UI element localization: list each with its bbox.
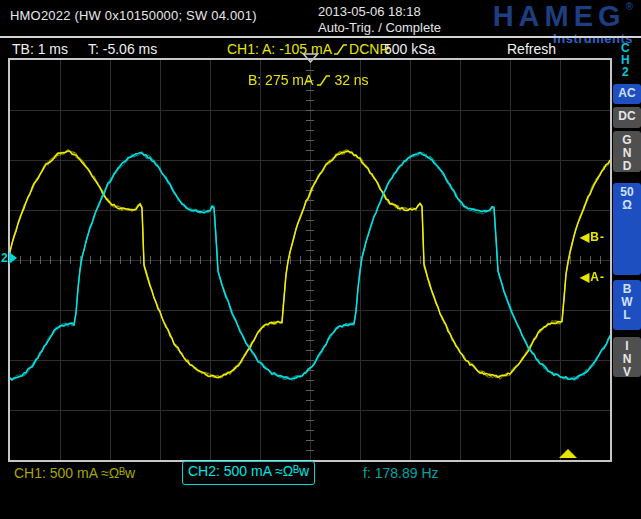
rising-edge-icon xyxy=(317,74,330,87)
sample-rate-readout: 500 kSa xyxy=(384,41,435,57)
invert-button[interactable]: I N V xyxy=(613,337,641,377)
cursor-b-readout: B: 275 mA 32 ns xyxy=(248,72,369,88)
coupling-gnd-button[interactable]: G N D xyxy=(613,131,641,172)
waveform-canvas xyxy=(10,60,610,460)
cursor-b-level: B: 275 mA xyxy=(248,72,313,88)
cursor-b-time: 32 ns xyxy=(334,72,368,88)
hameg-logo: HAMEG® Instruments xyxy=(493,2,633,45)
cursor-b-marker[interactable]: ◀B- xyxy=(580,230,605,244)
acquisition-mode-readout: Refresh xyxy=(507,41,556,57)
ch2-ground-label: 2 xyxy=(1,251,8,265)
ch2-scale-label-selected[interactable]: CH2: 500 mA ≈Ωᴮw xyxy=(182,461,315,485)
frequency-readout: f: 178.89 Hz xyxy=(363,465,439,481)
right-arrow-icon xyxy=(9,252,17,264)
brand-name: HAMEG® xyxy=(493,2,633,31)
registered-mark-icon: ® xyxy=(626,1,633,12)
ch2-ground-marker[interactable]: 2 xyxy=(1,251,17,265)
separator-line xyxy=(0,36,641,38)
coupling-ac-button[interactable]: AC xyxy=(613,84,641,104)
waveform-display: B: 275 mA 32 ns ◀B- ◀A- xyxy=(8,58,612,462)
device-info: HMO2022 (HW 0x10150000; SW 04.001) xyxy=(10,8,257,23)
ch1-scale-label[interactable]: CH1: 500 mA ≈Ωᴮw xyxy=(14,465,135,481)
bandwidth-limit-button[interactable]: B W L xyxy=(613,280,641,330)
cursor-a-marker[interactable]: ◀A- xyxy=(580,270,605,284)
oscilloscope-screen: HMO2022 (HW 0x10150000; SW 04.001) 2013-… xyxy=(0,0,641,519)
datetime: 2013-05-06 18:18 xyxy=(318,4,421,19)
trigger-position-icon[interactable] xyxy=(302,53,319,63)
rising-edge-icon xyxy=(334,43,347,56)
timebase-readout: TB: 1 ms xyxy=(12,41,68,57)
coupling-dc-button[interactable]: DC xyxy=(613,107,641,128)
trigger-status: Auto-Trig. / Complete xyxy=(318,20,441,35)
impedance-50ohm-button[interactable]: 50 Ω xyxy=(613,183,641,275)
cursor-time-position-icon[interactable] xyxy=(559,449,577,458)
sidebar-channel-title: C H 2 xyxy=(621,42,630,78)
trigger-time-readout: T: -5.06 ms xyxy=(88,41,157,57)
